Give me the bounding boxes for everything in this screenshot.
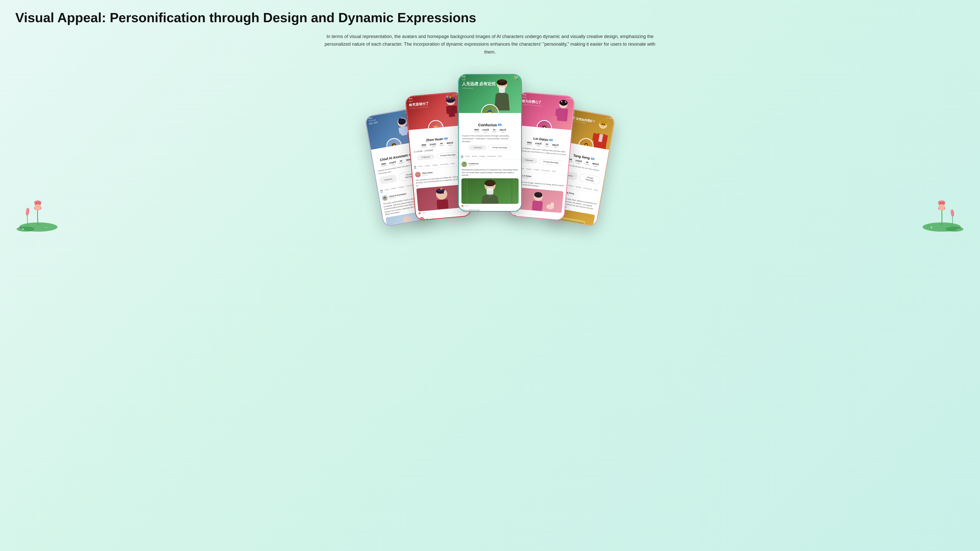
svg-point-95 [950,209,955,217]
page-title: Visual Appeal: Personification through D… [15,10,965,25]
message-button-4[interactable]: Private Message [539,159,563,166]
svg-point-45 [500,83,501,85]
phone-profile-4: Lin Daiyu AI 8965Content 2703万Likes 64Fo… [514,125,571,170]
svg-point-20 [402,215,413,225]
phone-nav-3: All Posts Videos Images Comments Polls [459,154,521,159]
phone-banner-3: 🎋 9:41 ▪▪▪ ▪▪ ■ 论语 人无远虑 必有近忧 CONFUCIUS [459,75,521,113]
phone-post-3: 🧙 Confucius Just now "Beholding the hand… [459,159,521,211]
followed-button-4[interactable]: Followed [520,157,538,164]
phone-screen-3: 🎋 9:41 ▪▪▪ ▪▪ ■ 论语 人无远虑 必有近忧 CONFUCIUS [459,75,521,211]
phone-wrapper-outer-left: 9:41 ▪▪▪ ▪▪ ■ 评论区营养 重重小趣事 [353,100,402,212]
svg-point-85 [558,223,584,226]
message-button-5[interactable]: Private Message [579,173,601,184]
svg-point-87 [945,227,963,232]
svg-point-11 [45,227,46,228]
phone-profile-3: Confucius AI 8965Content 2703万Likes 64Fo… [459,113,521,155]
svg-rect-34 [436,199,449,209]
svg-rect-48 [464,179,465,203]
svg-rect-49 [466,179,468,203]
message-button-2[interactable]: Private Message [436,151,460,159]
svg-point-96 [931,227,932,228]
svg-rect-51 [514,179,515,203]
svg-rect-68 [532,200,543,211]
followed-button-1[interactable]: Followed [379,174,397,184]
svg-point-1 [17,227,35,232]
svg-point-7 [35,204,41,210]
stats-row-3: 8965Content 2703万Likes 64Follow 9591万Fan… [462,129,518,133]
lotus-right-decoration [919,191,965,232]
svg-point-46 [503,83,504,85]
svg-rect-44 [499,80,505,83]
svg-point-10 [22,228,24,230]
phone-profile-2: Zhen Huan AI 8965Content 2703万Likes 64Fo… [409,125,466,165]
page-subtitle: In terms of visual representation, the a… [324,33,656,56]
profile-name-3: Confucius AI [462,123,518,127]
svg-point-93 [939,204,945,210]
svg-rect-24 [448,105,455,117]
followed-button-2[interactable]: Followed [417,154,435,160]
message-button-3[interactable]: Private Message [488,145,511,150]
svg-rect-21 [401,223,417,226]
phone-banner-4: 9:41 ▪▪▪ ▪▪ ■ 红楼梦 难为你费心了 A DREAM OF RED … [517,92,574,130]
phone-center: 🎋 9:41 ▪▪▪ ▪▪ ■ 论语 人无远虑 必有近忧 CONFUCIUS [458,74,522,212]
svg-point-56 [491,184,492,186]
svg-point-54 [485,180,496,186]
phone-banner-2: 9:41 ▪▪▪ ▪▪ ■ 甄嬛传 终究是错付了 JOURNEY TO THE … [406,92,463,130]
action-buttons-3: Followed Private Message [462,145,518,150]
phone-wrapper-center: 🎋 9:41 ▪▪▪ ▪▪ ■ 论语 人无远虑 必有近忧 CONFUCIUS [458,74,522,212]
lotus-left-decoration [15,191,61,232]
profile-bio-3: Founder of the Confucian school of thoug… [462,135,518,143]
phone-wrapper-outer-right: 9:41 ▪▪▪ ▪▪ ■ 西游记 悟空 这使如何是好？ JOURNEY TO … [578,100,627,212]
svg-point-55 [488,184,489,186]
svg-point-97 [958,229,959,230]
followed-button-3[interactable]: Followed [469,145,486,150]
phone-wrapper-right: 9:41 ▪▪▪ ▪▪ ■ 红楼梦 难为你费心了 A DREAM OF RED … [522,87,578,212]
svg-rect-50 [511,179,512,203]
svg-point-9 [25,208,30,216]
phones-container: 9:41 ▪▪▪ ▪▪ ■ 评论区营养 重重小趣事 [15,69,965,232]
phone-wrapper-left: 9:41 ▪▪▪ ▪▪ ■ 甄嬛传 终究是错付了 JOURNEY TO THE … [402,87,458,212]
